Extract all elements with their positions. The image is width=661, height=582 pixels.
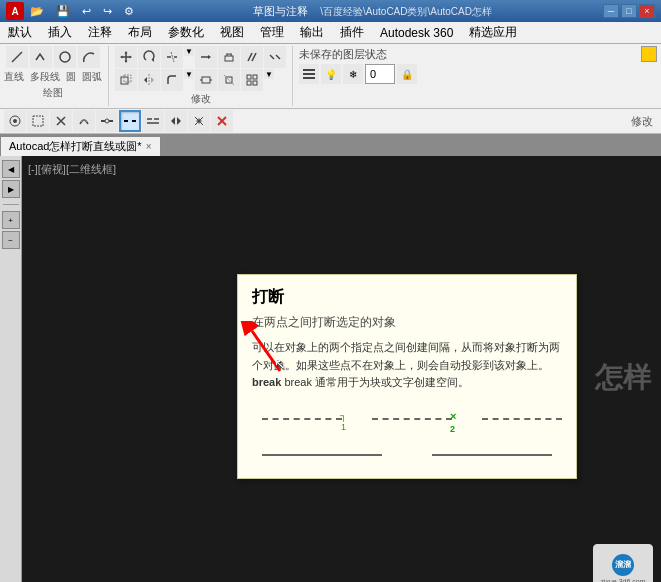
- svg-point-42: [105, 119, 109, 123]
- stretch-button[interactable]: [195, 69, 217, 91]
- polyline-tool-button[interactable]: [30, 46, 52, 68]
- svg-rect-33: [253, 81, 257, 85]
- left-tool-1[interactable]: ◀: [2, 160, 20, 178]
- rotate-button[interactable]: [138, 46, 160, 68]
- watermark: 溜溜 zixue.3d6.com: [593, 544, 653, 582]
- erase-button[interactable]: [218, 46, 240, 68]
- scale-button[interactable]: [218, 69, 240, 91]
- menu-featured[interactable]: 精选应用: [461, 22, 525, 43]
- break-point-2: ×2: [450, 410, 456, 434]
- polyline-label: 多段线: [30, 70, 60, 84]
- trim-extra-button[interactable]: ▼: [184, 46, 194, 56]
- svg-line-0: [12, 52, 22, 62]
- toolbar-row2: 修改: [0, 109, 661, 134]
- join-lines-button[interactable]: [142, 110, 164, 132]
- break-at-point-button[interactable]: [96, 110, 118, 132]
- settings-icon[interactable]: ⚙: [124, 5, 134, 18]
- viewport-label: [-][俯视][二维线框]: [28, 162, 116, 177]
- layer-freeze-button[interactable]: ❄: [343, 64, 363, 84]
- menu-autodesk360[interactable]: Autodesk 360: [372, 24, 461, 42]
- arc-tool-button[interactable]: [78, 46, 100, 68]
- menu-default[interactable]: 默认: [0, 22, 40, 43]
- mouse-cursor: ↖: [274, 356, 286, 372]
- extend-button[interactable]: [195, 46, 217, 68]
- circle-tool-button[interactable]: [54, 46, 76, 68]
- mirror-button[interactable]: [138, 69, 160, 91]
- line-tool-button[interactable]: [6, 46, 28, 68]
- svg-marker-23: [144, 77, 147, 83]
- file-menu-icon[interactable]: 📂: [30, 5, 44, 18]
- highlight-arrow: [230, 321, 290, 384]
- app-logo: A: [6, 2, 24, 20]
- layer-lock-button[interactable]: 🔒: [397, 64, 417, 84]
- tab-bar: Autocad怎样打断直线或圆* ×: [0, 134, 661, 156]
- svg-marker-2: [125, 51, 128, 54]
- menu-view[interactable]: 视图: [212, 22, 252, 43]
- draw-section-label: 绘图: [43, 86, 63, 100]
- tooltip-title: 打断: [252, 287, 562, 308]
- snap-button[interactable]: [4, 110, 26, 132]
- tooltip-body: 可以在对象上的两个指定点之间创建间隔，从而将对象打断为两 个对象。如果这些点不在…: [252, 339, 562, 392]
- menu-insert[interactable]: 插入: [40, 22, 80, 43]
- maximize-button[interactable]: □: [621, 4, 637, 18]
- array-extra-button[interactable]: ▼: [264, 69, 274, 79]
- menu-plugin[interactable]: 插件: [332, 22, 372, 43]
- modify-label: 修改: [234, 114, 657, 129]
- delete-button[interactable]: [211, 110, 233, 132]
- fillet-extra-button[interactable]: ▼: [184, 69, 194, 79]
- break-illustration-2: [252, 446, 562, 466]
- menu-annotation[interactable]: 注释: [80, 22, 120, 43]
- svg-rect-36: [303, 77, 315, 79]
- title-bar: A 📂 💾 ↩ ↪ ⚙ 草图与注释 \百度经验\AutoCAD类别\AutoCA…: [0, 0, 661, 22]
- move-button[interactable]: [115, 46, 137, 68]
- svg-marker-3: [125, 61, 128, 64]
- save-icon[interactable]: 💾: [56, 5, 70, 18]
- menu-output[interactable]: 输出: [292, 22, 332, 43]
- svg-rect-12: [225, 56, 233, 61]
- layer-on-button[interactable]: 💡: [321, 64, 341, 84]
- svg-marker-5: [130, 56, 133, 59]
- left-tool-2[interactable]: ▶: [2, 180, 20, 198]
- svg-rect-31: [253, 75, 257, 79]
- break-button[interactable]: [119, 110, 141, 132]
- modify-section-label: 修改: [115, 92, 286, 106]
- svg-rect-35: [303, 73, 315, 75]
- watermark-logo: 溜溜: [612, 554, 634, 576]
- offset-button[interactable]: [73, 110, 95, 132]
- trim-button[interactable]: [161, 46, 183, 68]
- undo-icon[interactable]: ↩: [82, 5, 91, 18]
- chamfer-button[interactable]: [241, 46, 263, 68]
- explode-button[interactable]: [188, 110, 210, 132]
- reverse-button[interactable]: [165, 110, 187, 132]
- clip-button[interactable]: [50, 110, 72, 132]
- tab-label: Autocad怎样打断直线或圆*: [9, 139, 142, 154]
- tab-close-button[interactable]: ×: [146, 141, 152, 152]
- menu-bar: 默认 插入 注释 布局 参数化 视图 管理 输出 插件 Autodesk 360…: [0, 22, 661, 44]
- background-text: 怎样: [595, 359, 651, 397]
- copy-button[interactable]: [115, 69, 137, 91]
- fillet-button[interactable]: [161, 69, 183, 91]
- left-tool-3[interactable]: +: [2, 211, 20, 229]
- svg-rect-39: [33, 116, 43, 126]
- svg-point-1: [60, 52, 70, 62]
- minimize-button[interactable]: ─: [603, 4, 619, 18]
- redo-icon[interactable]: ↪: [103, 5, 112, 18]
- menu-params[interactable]: 参数化: [160, 22, 212, 43]
- layer-properties-button[interactable]: [299, 64, 319, 84]
- select-similar-button[interactable]: [27, 110, 49, 132]
- menu-manage[interactable]: 管理: [252, 22, 292, 43]
- svg-line-16: [248, 53, 252, 61]
- svg-point-38: [13, 119, 17, 123]
- layer-status-text: 未保存的图层状态: [299, 47, 387, 62]
- circle-label: 圆: [66, 70, 76, 84]
- close-button[interactable]: ×: [639, 4, 655, 18]
- svg-line-9: [171, 52, 174, 62]
- left-tool-4[interactable]: −: [2, 231, 20, 249]
- drawing-area: [-][俯视][二维线框] 怎样 ↖ 打断 在两点之间打断选定的对象 可以在对象…: [22, 156, 661, 582]
- array-button[interactable]: [241, 69, 263, 91]
- menu-layout[interactable]: 布局: [120, 22, 160, 43]
- watermark-site: zixue.3d6.com: [600, 578, 645, 583]
- join-button[interactable]: [264, 46, 286, 68]
- svg-line-18: [270, 55, 274, 59]
- drawing-tab[interactable]: Autocad怎样打断直线或圆* ×: [0, 136, 161, 156]
